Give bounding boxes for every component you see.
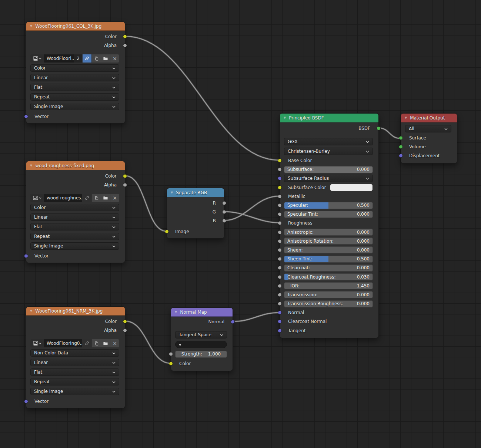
- subsurface-radius-dropdown[interactable]: Subsurface Radius: [284, 175, 373, 182]
- socket-b-output[interactable]: [222, 219, 226, 223]
- socket-r-output[interactable]: [222, 201, 226, 205]
- image-name-field[interactable]: WoodFlooring0..: [44, 339, 82, 347]
- node-normal-map[interactable]: ▼ Normal Map Normal Tangent Space Streng…: [171, 307, 233, 371]
- specular-slider[interactable]: Specular: 0.500: [284, 202, 373, 209]
- collapse-icon[interactable]: ▼: [405, 117, 407, 119]
- anisotropic-rotation-slider[interactable]: Anisotropic Rotation: 0.000: [284, 238, 373, 245]
- source-dropdown[interactable]: Single Image: [26, 241, 125, 251]
- source-dropdown[interactable]: Single Image: [26, 387, 125, 396]
- collapse-icon[interactable]: ▼: [171, 191, 173, 194]
- link-icon[interactable]: [83, 54, 91, 63]
- uv-map-field[interactable]: [175, 341, 227, 348]
- transmission-roughness-slider[interactable]: Transmission Roughness: 0.000: [284, 300, 373, 307]
- broken-link-icon[interactable]: [83, 339, 91, 347]
- clearcoat-slider[interactable]: Clearcoat: 0.000: [284, 265, 373, 272]
- socket-tangent-input[interactable]: [278, 329, 282, 333]
- interpolation-dropdown[interactable]: Linear: [26, 73, 125, 82]
- socket-vector-input[interactable]: [24, 115, 28, 119]
- image-browse-icon[interactable]: [30, 339, 44, 347]
- copy-icon[interactable]: [92, 339, 101, 347]
- extension-dropdown[interactable]: Repeat: [26, 92, 125, 102]
- node-header[interactable]: ▼ Separate RGB: [167, 188, 224, 197]
- strength-slider[interactable]: Strength: 1.000: [175, 351, 227, 358]
- socket-vector-input[interactable]: [24, 400, 28, 404]
- colorspace-dropdown[interactable]: Color: [26, 203, 125, 212]
- socket-roughness-input[interactable]: [278, 221, 282, 225]
- node-principled-bsdf[interactable]: ▼ Principled BSDF BSDF GGX Christensen-B…: [280, 113, 379, 338]
- socket-sheen-tint-input[interactable]: [278, 257, 282, 261]
- anisotropic-slider[interactable]: Anisotropic: 0.000: [284, 229, 373, 236]
- node-header[interactable]: ▼ Normal Map: [171, 308, 233, 317]
- socket-bsdf-output[interactable]: [377, 127, 381, 131]
- socket-specular-input[interactable]: [278, 203, 282, 208]
- sheen-tint-slider[interactable]: Sheen Tint: 0.500: [284, 256, 373, 263]
- socket-image-input[interactable]: [165, 230, 169, 234]
- users-count-badge[interactable]: 2: [74, 54, 82, 63]
- clearcoat-roughness-slider[interactable]: Clearcoat Roughness: 0.030: [284, 273, 373, 280]
- node-image-texture-roughness[interactable]: ▼ wood-roughness-fixed.png Color Alpha w…: [26, 161, 125, 263]
- socket-metallic-input[interactable]: [278, 194, 282, 198]
- broken-link-icon[interactable]: [83, 194, 91, 202]
- copy-icon[interactable]: [92, 194, 101, 202]
- image-browse-icon[interactable]: [30, 194, 44, 202]
- socket-color-input[interactable]: [169, 362, 173, 366]
- node-header[interactable]: ▼ Material Output: [401, 114, 457, 122]
- transmission-slider[interactable]: Transmission: 0.000: [284, 291, 373, 298]
- socket-displacement-input[interactable]: [399, 154, 403, 158]
- interpolation-dropdown[interactable]: Linear: [26, 212, 125, 222]
- socket-transmission-roughness-input[interactable]: [278, 302, 282, 306]
- ior-slider[interactable]: IOR: 1.450: [284, 282, 373, 289]
- distribution-dropdown[interactable]: GGX: [280, 137, 378, 146]
- socket-subsurface-input[interactable]: [278, 168, 282, 172]
- socket-alpha-output[interactable]: [123, 329, 127, 333]
- collapse-icon[interactable]: ▼: [30, 25, 32, 28]
- projection-dropdown[interactable]: Flat: [26, 367, 125, 377]
- specular-tint-slider[interactable]: Specular Tint: 0.000: [284, 211, 373, 218]
- socket-alpha-output[interactable]: [123, 183, 127, 187]
- socket-base-color-input[interactable]: [278, 159, 282, 163]
- node-header[interactable]: ▼ wood-roughness-fixed.png: [26, 161, 125, 170]
- source-dropdown[interactable]: Single Image: [26, 102, 125, 111]
- socket-sheen-input[interactable]: [278, 248, 282, 252]
- folder-open-icon[interactable]: [101, 194, 110, 202]
- socket-clearcoat-input[interactable]: [278, 266, 282, 270]
- space-dropdown[interactable]: Tangent Space: [171, 330, 233, 340]
- socket-ior-input[interactable]: [278, 284, 282, 288]
- socket-anisotropic-rotation-input[interactable]: [278, 239, 282, 243]
- socket-vector-input[interactable]: [24, 254, 28, 258]
- socket-color-output[interactable]: [123, 174, 127, 178]
- image-browse-icon[interactable]: [30, 54, 44, 63]
- subsurface-color-swatch[interactable]: [330, 184, 373, 191]
- socket-normal-output[interactable]: [231, 320, 235, 324]
- copy-icon[interactable]: [92, 54, 101, 63]
- subsurface-slider[interactable]: Subsurface: 0.000: [284, 166, 373, 173]
- projection-dropdown[interactable]: Flat: [26, 82, 125, 92]
- image-name-field[interactable]: WoodFloori..: [44, 54, 74, 63]
- socket-color-output[interactable]: [123, 35, 127, 39]
- colorspace-dropdown[interactable]: Non-Color Data: [26, 348, 125, 358]
- extension-dropdown[interactable]: Repeat: [26, 377, 125, 387]
- node-separate-rgb[interactable]: ▼ Separate RGB R G B Image: [167, 188, 224, 239]
- folder-open-icon[interactable]: [101, 339, 110, 347]
- socket-normal-input[interactable]: [278, 311, 282, 315]
- folder-open-icon[interactable]: [101, 54, 110, 63]
- image-name-field[interactable]: wood-roughnes..: [44, 194, 82, 202]
- socket-strength-input[interactable]: [169, 352, 173, 356]
- socket-transmission-input[interactable]: [278, 293, 282, 297]
- socket-clearcoat-normal-input[interactable]: [278, 320, 282, 324]
- interpolation-dropdown[interactable]: Linear: [26, 358, 125, 367]
- socket-subsurface-color-input[interactable]: [278, 185, 282, 189]
- subsurface-method-dropdown[interactable]: Christensen-Burley: [280, 146, 378, 156]
- close-icon[interactable]: ×: [110, 339, 119, 347]
- socket-volume-input[interactable]: [399, 145, 403, 149]
- socket-g-output[interactable]: [222, 210, 226, 214]
- socket-color-output[interactable]: [123, 320, 127, 324]
- target-dropdown[interactable]: All: [401, 124, 457, 134]
- socket-clearcoat-roughness-input[interactable]: [278, 275, 282, 279]
- node-header[interactable]: ▼ Principled BSDF: [280, 114, 378, 122]
- sheen-slider[interactable]: Sheen: 0.000: [284, 246, 373, 253]
- projection-dropdown[interactable]: Flat: [26, 222, 125, 232]
- socket-alpha-output[interactable]: [123, 44, 127, 48]
- collapse-icon[interactable]: ▼: [30, 310, 32, 313]
- collapse-icon[interactable]: ▼: [284, 117, 286, 119]
